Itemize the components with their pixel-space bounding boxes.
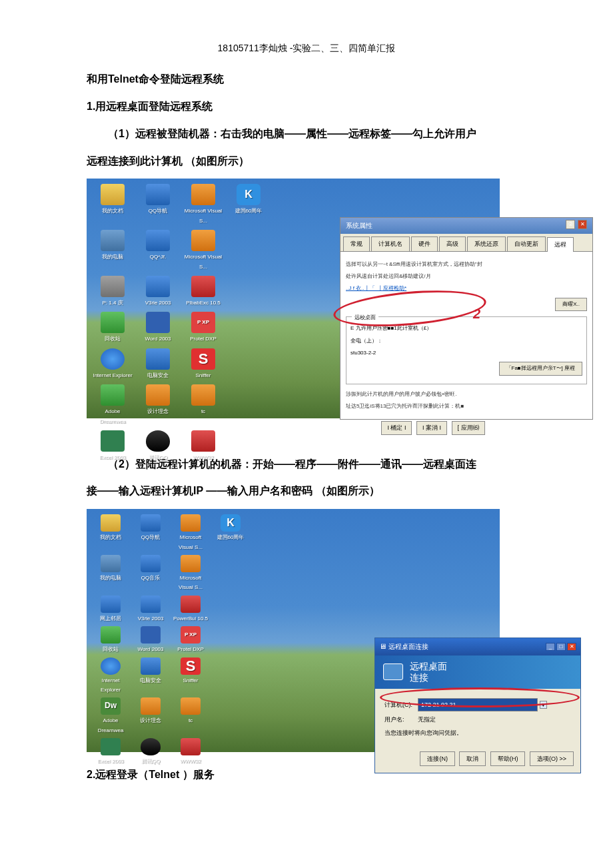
- help-button[interactable]: 帮助(H): [490, 751, 526, 766]
- icon-protel[interactable]: P XPProtel DXP: [172, 626, 209, 654]
- sysprops-titlebar[interactable]: 系统属性 ② ✕: [340, 218, 592, 234]
- icon-www[interactable]: WWW32: [172, 738, 209, 766]
- step-2b-text: 接——输入远程计算机IP ——输入用户名和密码 （如图所示）: [87, 482, 526, 501]
- icon-visio[interactable]: V3rie 2003: [132, 596, 169, 624]
- icon-www[interactable]: WWW32: [183, 430, 224, 462]
- page-header: 18105711李灿烛 -实验二、三、四简单汇报: [87, 40, 526, 57]
- tab-advanced[interactable]: 高级: [439, 236, 466, 250]
- icon-label: 腾讯QQ: [141, 757, 160, 766]
- icon-recycle[interactable]: 回收站: [92, 312, 133, 344]
- rdc-titlebar[interactable]: 🖥 远程桌面连接 _ □ ✕: [375, 638, 580, 655]
- icon-label: PlbabExc 10.5: [186, 298, 221, 308]
- minimize-icon[interactable]: _: [546, 643, 555, 651]
- icon-label: 我的文档: [100, 533, 121, 542]
- screenshot-1: 我的文档 QQ导航 Microsoft Visual S... K建国60周年 …: [87, 179, 526, 434]
- icon-tencent[interactable]: 腾讯QQ: [132, 738, 169, 766]
- icon-label: 网上邻居: [100, 614, 121, 624]
- annotation-number-2: 2: [473, 302, 480, 326]
- icon-adobe[interactable]: Adobe Dreamwea: [92, 384, 133, 426]
- icon-excel[interactable]: Excel 2003: [92, 430, 133, 462]
- options-button[interactable]: 选项(O) >>: [530, 751, 574, 766]
- icon-mycomp[interactable]: 我的电脑: [92, 230, 133, 272]
- icon-diannao[interactable]: 电脑安全: [137, 348, 179, 380]
- icon-vs2[interactable]: Microsoft Visual S...: [172, 555, 209, 593]
- help-icon[interactable]: ②: [566, 220, 575, 229]
- icon-tencent[interactable]: 腾讯QQ: [137, 430, 179, 462]
- icon-label: 腾讯QQ: [149, 453, 167, 462]
- rdc-buttons: 连接(N) 取消 帮助(H) 选项(O) >>: [375, 747, 580, 773]
- edit-button[interactable]: 商曜X..: [555, 298, 587, 311]
- icon-excel[interactable]: Excel 2003: [92, 738, 129, 766]
- icon-label: Microsoft Visual S...: [183, 252, 224, 272]
- icon-qqfav[interactable]: QQ导航: [137, 184, 179, 226]
- sysprops-title-text: 系统属性: [346, 220, 372, 232]
- cancel-button[interactable]: 取消: [459, 751, 486, 766]
- icon-netplace[interactable]: 网上邻居: [92, 596, 129, 624]
- icon-powerbui[interactable]: PowerBui 10.5: [172, 596, 209, 624]
- icon-sniffer[interactable]: SSniffer: [183, 348, 224, 380]
- desktop-icons-grid-2: 我的文档 QQ导航 Microsoft Visual S... K建国60周年 …: [92, 514, 249, 766]
- icon-tt[interactable]: tc: [183, 384, 224, 426]
- icon-recycle[interactable]: 回收站: [92, 626, 129, 654]
- icon-protel[interactable]: P XPProtel DXP: [183, 312, 224, 344]
- icon-label: Microsoft Visual S...: [172, 533, 209, 552]
- icon-diannao[interactable]: 电脑安全: [132, 657, 169, 695]
- icon-label: P: 1.4 庆: [102, 298, 123, 308]
- icon-vs[interactable]: Microsoft Visual S...: [172, 514, 209, 552]
- icon-label: Protel DXP: [190, 334, 217, 344]
- icon-label: 建国60周年: [217, 533, 245, 542]
- icon-label: 我的电脑: [102, 252, 123, 262]
- icon-ie[interactable]: Internet Explorer: [92, 348, 133, 380]
- icon-mycomp[interactable]: 我的电脑: [92, 555, 129, 593]
- icon-design[interactable]: 设计理念: [137, 384, 179, 426]
- icon-vs[interactable]: Microsoft Visual S...: [183, 184, 224, 226]
- icon-qqfav[interactable]: QQ导航: [132, 514, 169, 552]
- icon-tt[interactable]: tc: [172, 697, 209, 735]
- icon-word[interactable]: Word 2003: [132, 626, 169, 654]
- user-label: 用户名:: [384, 714, 418, 725]
- desktop-bg-1: 我的文档 QQ导航 Microsoft Visual S... K建国60周年 …: [87, 179, 500, 418]
- icon-label: V3rie 2003: [145, 298, 171, 308]
- icon-adobe[interactable]: DwAdobe Dreamwea: [92, 697, 129, 735]
- maximize-icon[interactable]: □: [556, 643, 566, 651]
- tab-compname[interactable]: 计算机名: [371, 236, 410, 250]
- fullname-label: 全电（上）：: [350, 336, 582, 346]
- icon-visio[interactable]: V3rie 2003: [137, 276, 179, 308]
- annotation-circle-2: [380, 687, 580, 707]
- rdc-banner: 远程桌面 连接: [375, 655, 580, 689]
- tab-hardware[interactable]: 硬件: [411, 236, 438, 250]
- tab-sysrestore[interactable]: 系统还原: [467, 236, 506, 250]
- icon-label: V3rie 2003: [138, 614, 164, 624]
- cancel-button[interactable]: I 案消 I: [416, 421, 447, 434]
- icon-kk[interactable]: K建国60周年: [212, 514, 249, 552]
- connect-button[interactable]: 连接(N): [420, 751, 455, 766]
- user-value: 无指定: [418, 714, 571, 725]
- note-2: 址达5卫迄iS将13已穴为托许而汗探删此计算：机■: [346, 402, 587, 411]
- icon-ie[interactable]: Internet Explorer: [92, 657, 129, 695]
- icon-label: QQ^Jf.: [150, 252, 167, 262]
- step-1-text: （1）远程被登陆机器：右击我的电脑——属性——远程标签——勾上允许用户: [87, 125, 526, 144]
- icon-qqmusic[interactable]: QQ音乐: [132, 555, 169, 593]
- icon-label: 电脑安全: [140, 676, 161, 685]
- icon-sniffer[interactable]: SSniffer: [172, 657, 209, 695]
- icon-design[interactable]: 设计理念: [132, 697, 169, 735]
- icon-mydoc[interactable]: 我的文档: [92, 514, 129, 552]
- icon-kk[interactable]: K建国60周年: [228, 184, 269, 226]
- icon-label: PowerBui 10.5: [173, 614, 208, 624]
- icon-word[interactable]: Word 2003: [137, 312, 179, 344]
- rdc-banner-text: 远程桌面 连接: [410, 661, 447, 683]
- icon-label: WWW32: [193, 453, 214, 462]
- ok-button[interactable]: I 桶定 I: [381, 421, 412, 434]
- icon-vs2[interactable]: Microsoft Visual S...: [183, 230, 224, 272]
- icon-drive[interactable]: P: 1.4 庆: [92, 276, 133, 308]
- icon-qqjf[interactable]: QQ^Jf.: [137, 230, 179, 272]
- tab-autoupdate[interactable]: 自动更新: [507, 236, 546, 250]
- apply-button[interactable]: [ 应用⑹: [452, 421, 485, 434]
- close-icon[interactable]: ✕: [567, 643, 576, 651]
- select-users-button[interactable]: 「Fa■择远程用户亲T〜] 座程: [499, 362, 583, 375]
- icon-mydoc[interactable]: 我的文档: [92, 184, 133, 226]
- tab-remote[interactable]: 远程: [547, 237, 574, 251]
- close-icon[interactable]: ✕: [578, 220, 587, 229]
- icon-pb[interactable]: PlbabExc 10.5: [183, 276, 224, 308]
- tab-general[interactable]: 常规: [343, 236, 370, 250]
